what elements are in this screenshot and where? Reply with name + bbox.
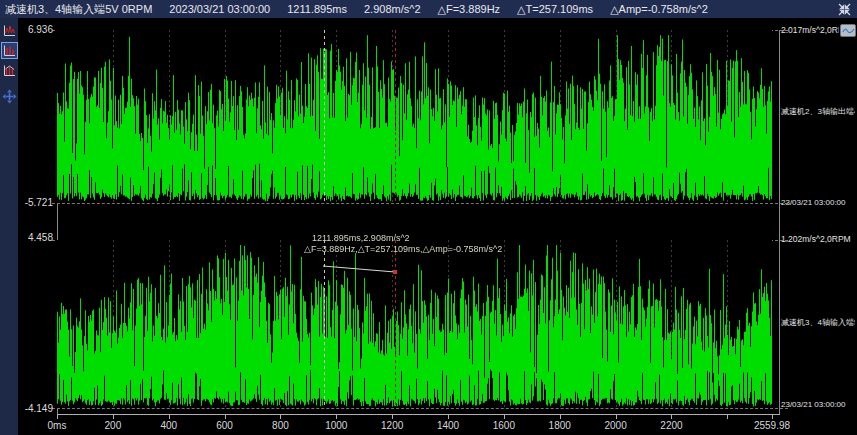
upper-y-max-label: 6.936: [3, 25, 53, 35]
annotation-line2: △F=3.889Hz,△T=257.109ms,△Amp=-0.758m/s^2: [304, 244, 502, 255]
upper-chart-bottom-line: [52, 203, 788, 204]
upper-timestamp: 23/03/21 03:00:00: [781, 198, 855, 208]
cursor-amplitude-label: 2.908m/s^2: [364, 3, 421, 15]
x-tick-mark: [772, 415, 773, 419]
spectrum-chart-icon: [3, 44, 16, 57]
envelope-chart-icon: [3, 64, 16, 77]
x-tick-label: 400: [160, 420, 177, 431]
upper-y-min-label: -5.721: [3, 198, 53, 208]
datetime-label: 2023/03/21 03:00:00: [169, 3, 270, 15]
x-tick-mark: [336, 415, 337, 419]
cursor-time-label: 1211.895ms: [287, 3, 347, 15]
annotation-line1: 1211.895ms,2.908m/s^2: [312, 233, 502, 244]
channel-title: 减速机3、4轴输入端5V 0RPM: [5, 2, 152, 17]
collapse-icon: [838, 3, 851, 16]
x-tick-mark: [504, 415, 505, 419]
x-tick-mark: [671, 415, 672, 419]
x-tick-label: 1600: [493, 420, 515, 431]
lower-chart-bottom-line: [52, 408, 788, 409]
x-tick-label: 1000: [325, 420, 347, 431]
x-tick-label: 600: [216, 420, 233, 431]
delta-freq-label: △F=3.889Hz: [438, 3, 501, 16]
upper-cursor-value-label: 2.017m/s^2,0RPM: [781, 25, 839, 35]
x-tick-label: 2200: [660, 420, 682, 431]
x-tick-label: 2000: [604, 420, 626, 431]
envelope-chart-tool-button[interactable]: [1, 62, 18, 79]
x-tick-mark: [392, 415, 393, 419]
upper-channel-name: 减速机2、3轴输出端4A: [781, 107, 855, 117]
lower-channel-name: 减速机3、4轴输入端5V: [781, 318, 855, 328]
x-tick-label: 1800: [549, 420, 571, 431]
x-tick-mark: [113, 415, 114, 419]
cursor-annotation: 1211.895ms,2.908m/s^2 △F=3.889Hz,△T=257.…: [304, 233, 502, 255]
x-tick-mark: [448, 415, 449, 419]
vibration-analyzer-window: 减速机3、4轴输入端5V 0RPM 2023/03/21 03:00:00 12…: [0, 0, 857, 435]
mini-waveform-button[interactable]: [840, 24, 856, 37]
x-tick-mark: [57, 415, 58, 419]
x-tick-label: 200: [105, 420, 122, 431]
toolbar-sidebar: [0, 18, 18, 435]
delta-measurement-line: [315, 259, 407, 279]
lower-cursor-value-label: 1.202m/s^2,0RPM: [781, 234, 855, 244]
x-tick-label: 0ms: [48, 420, 67, 431]
x-tick-mark: [169, 415, 170, 419]
lower-timestamp: 23/03/21 03:00:00: [781, 400, 855, 410]
x-tick-mark: [225, 415, 226, 419]
waveform-canvas-lower[interactable]: [57, 240, 772, 408]
delta-amplitude-label: △Amp=-0.758m/s^2: [610, 3, 708, 16]
x-tick-label: 1400: [437, 420, 459, 431]
x-tick-mark: [727, 415, 728, 419]
lower-y-min-label: -4.149: [3, 404, 53, 414]
lower-y-max-label: 4.458: [3, 233, 53, 243]
plot-border-right: [779, 30, 780, 414]
x-tick-label: 2559.98: [754, 420, 790, 431]
header-bar: 减速机3、4轴输入端5V 0RPM 2023/03/21 03:00:00 12…: [0, 0, 857, 18]
x-tick-label: 800: [272, 420, 289, 431]
x-axis-ticks: 0ms2004006008001000120014001600180020002…: [0, 414, 857, 435]
x-tick-mark: [616, 415, 617, 419]
x-tick-mark: [560, 415, 561, 419]
x-tick-mark: [280, 415, 281, 419]
x-tick-label: 1200: [381, 420, 403, 431]
collapse-button[interactable]: [837, 2, 851, 16]
spectrum-chart-tool-button[interactable]: [1, 42, 18, 59]
waveform-canvas-upper[interactable]: [57, 30, 772, 203]
wave-icon: [842, 26, 855, 35]
pan-tool-button[interactable]: [1, 88, 18, 105]
pan-move-icon: [2, 89, 17, 104]
delta-time-label: △T=257.109ms: [517, 3, 593, 16]
